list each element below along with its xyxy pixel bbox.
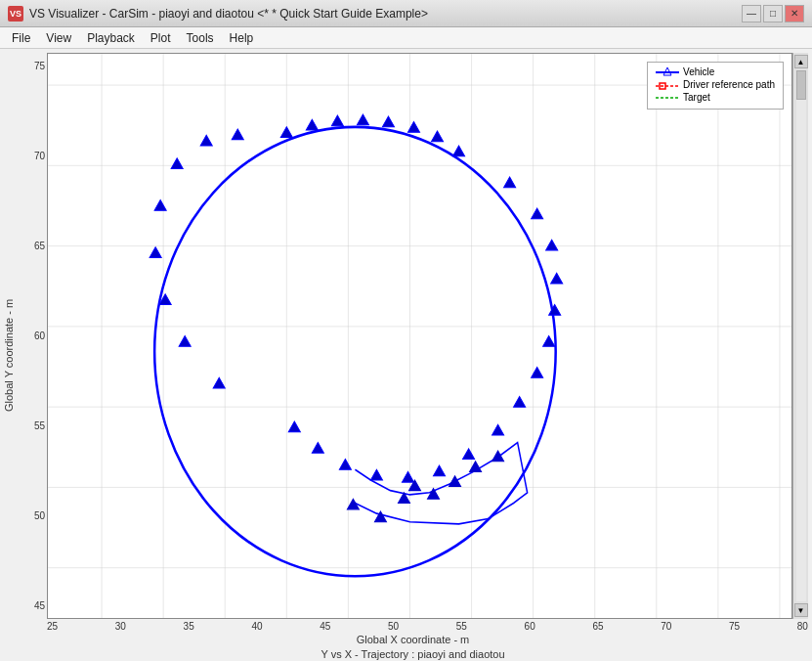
- plot-title: Y vs X - Trajectory : piaoyi and diaotou: [18, 647, 808, 661]
- x-tick-30: 30: [115, 621, 126, 632]
- y-tick-60: 60: [18, 330, 45, 341]
- svg-marker-39: [402, 471, 413, 482]
- svg-marker-24: [382, 116, 394, 127]
- scroll-down-button[interactable]: ▼: [794, 603, 808, 617]
- legend-driver: Driver reference path: [656, 79, 775, 90]
- svg-marker-22: [331, 115, 343, 126]
- svg-marker-37: [463, 449, 475, 460]
- y-axis-ticks: 75 70 65 60 55 50 45: [18, 53, 47, 619]
- menu-bar: File View Playback Plot Tools Help: [0, 27, 812, 49]
- svg-marker-23: [357, 114, 368, 125]
- close-button[interactable]: ✕: [785, 5, 804, 22]
- svg-marker-27: [453, 146, 465, 156]
- x-tick-60: 60: [525, 621, 535, 632]
- legend-vehicle-label: Vehicle: [683, 66, 714, 77]
- svg-marker-21: [306, 119, 318, 130]
- svg-marker-28: [504, 177, 516, 188]
- main-area: Global Y coordinate - m 75 70 65 60 55 5…: [0, 49, 812, 661]
- title-bar: VS VS Visualizer - CarSim - piaoyi and d…: [0, 0, 812, 27]
- menu-file[interactable]: File: [4, 29, 38, 47]
- svg-marker-50: [200, 135, 212, 146]
- scroll-up-button[interactable]: ▲: [794, 55, 808, 68]
- svg-marker-40: [370, 469, 382, 480]
- x-tick-70: 70: [661, 621, 671, 632]
- legend-driver-label: Driver reference path: [683, 79, 775, 90]
- x-tick-35: 35: [184, 621, 194, 632]
- svg-marker-36: [492, 424, 504, 435]
- scroll-thumb[interactable]: [796, 70, 806, 100]
- y-axis-label: Global Y coordinate - m: [0, 49, 18, 661]
- scroll-track: [796, 70, 806, 601]
- svg-marker-30: [546, 240, 558, 250]
- menu-playback[interactable]: Playback: [79, 29, 143, 47]
- menu-view[interactable]: View: [38, 29, 79, 47]
- svg-marker-43: [288, 421, 300, 432]
- x-tick-45: 45: [320, 621, 330, 632]
- plot-area: 75 70 65 60 55 50 45: [18, 49, 812, 661]
- svg-marker-59: [492, 451, 504, 462]
- svg-marker-49: [171, 158, 183, 169]
- chart-svg: [48, 54, 791, 618]
- y-tick-45: 45: [18, 600, 45, 611]
- svg-marker-35: [514, 396, 526, 407]
- legend-target-label: Target: [683, 92, 710, 103]
- x-tick-50: 50: [388, 621, 399, 632]
- svg-marker-47: [150, 247, 161, 258]
- app-icon: VS: [8, 6, 23, 22]
- y-tick-70: 70: [18, 151, 45, 161]
- x-tick-25: 25: [47, 621, 58, 632]
- svg-marker-57: [449, 476, 461, 487]
- menu-tools[interactable]: Tools: [179, 29, 222, 47]
- legend-vehicle: Vehicle: [656, 66, 775, 77]
- title-bar-controls: — □ ✕: [742, 5, 804, 22]
- svg-marker-45: [179, 336, 191, 347]
- x-tick-75: 75: [729, 621, 740, 632]
- right-scrollbar: ▲ ▼: [792, 53, 808, 619]
- svg-marker-48: [154, 200, 166, 211]
- y-tick-65: 65: [18, 241, 45, 251]
- legend: Vehicle Driver reference path Target: [647, 62, 784, 110]
- svg-marker-41: [339, 460, 351, 470]
- svg-marker-38: [434, 465, 446, 476]
- menu-plot[interactable]: Plot: [143, 29, 179, 47]
- maximize-button[interactable]: □: [763, 5, 783, 22]
- chart-area[interactable]: Vehicle Driver reference path Target: [47, 53, 792, 619]
- legend-target: Target: [656, 92, 775, 103]
- svg-marker-51: [232, 129, 243, 140]
- svg-marker-26: [432, 131, 444, 142]
- y-tick-75: 75: [18, 61, 45, 71]
- x-axis-ticks: 25 30 35 40 45 50 55 60 65 70 75 80: [18, 619, 808, 632]
- svg-marker-42: [312, 442, 323, 453]
- y-tick-50: 50: [18, 510, 45, 521]
- x-tick-40: 40: [251, 621, 262, 632]
- x-axis-label: Global X coordinate - m: [18, 632, 808, 647]
- plot-wrapper: 75 70 65 60 55 50 45: [18, 53, 808, 619]
- menu-help[interactable]: Help: [222, 29, 262, 47]
- x-tick-55: 55: [456, 621, 467, 632]
- svg-marker-33: [543, 336, 555, 347]
- title-bar-left: VS VS Visualizer - CarSim - piaoyi and d…: [8, 6, 428, 22]
- window-title: VS Visualizer - CarSim - piaoyi and diao…: [29, 7, 428, 21]
- y-tick-55: 55: [18, 420, 45, 431]
- minimize-button[interactable]: —: [742, 5, 761, 22]
- x-tick-80: 80: [797, 621, 808, 632]
- svg-marker-20: [280, 127, 292, 138]
- x-tick-65: 65: [592, 621, 603, 632]
- svg-marker-44: [213, 377, 225, 388]
- svg-marker-31: [551, 273, 563, 284]
